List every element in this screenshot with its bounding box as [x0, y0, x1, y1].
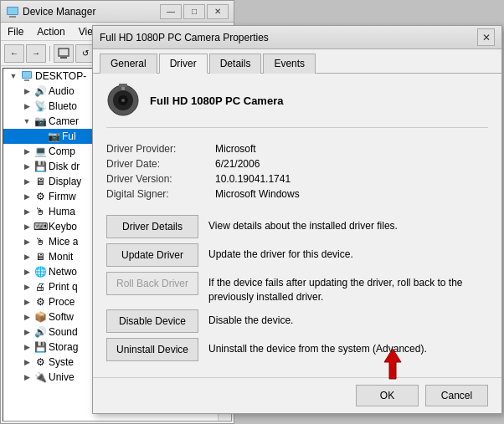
sound-icon: 🔊	[33, 325, 47, 339]
expand-audio[interactable]: ▶	[20, 84, 33, 98]
expand-display[interactable]: ▶	[20, 175, 33, 188]
webcam-icon: 📷	[47, 130, 60, 143]
provider-label: Driver Provider:	[106, 143, 215, 155]
update-driver-button[interactable]: Update Driver	[106, 243, 198, 267]
expand-monitor[interactable]: ▶	[20, 250, 33, 263]
univ-icon: 🔌	[33, 370, 47, 384]
properties-dialog: Full HD 1080P PC Camera Properties ✕ Gen…	[92, 25, 502, 414]
svg-rect-7	[23, 72, 31, 78]
print-icon: 🖨	[33, 280, 47, 294]
expand-disk[interactable]: ▶	[20, 160, 33, 173]
mice-icon: 🖱	[33, 235, 47, 248]
expand-network[interactable]: ▶	[20, 265, 33, 278]
device-icon-large	[106, 84, 140, 117]
device-manager-title: Device Manager	[23, 6, 95, 18]
mice-label: Mice a	[49, 236, 78, 248]
uninstall-desc: Uninstall the device from the system (Ad…	[208, 338, 488, 356]
tab-details[interactable]: Details	[209, 54, 262, 74]
titlebar-left: Device Manager	[6, 5, 95, 18]
expand-human[interactable]: ▶	[20, 205, 33, 218]
storage-icon: 💾	[33, 340, 47, 354]
expand-mice[interactable]: ▶	[20, 235, 33, 248]
date-label: Driver Date:	[106, 158, 215, 170]
details-desc: View details about the installed driver …	[208, 215, 488, 233]
svg-rect-2	[8, 8, 18, 14]
toolbar-back[interactable]: ←	[4, 44, 24, 63]
signer-label: Digital Signer:	[106, 188, 215, 200]
system-icon: ⚙	[33, 355, 47, 369]
tab-driver[interactable]: Driver	[159, 54, 208, 74]
signer-value: Microsoft Windows	[215, 188, 300, 200]
audio-icon: 🔊	[33, 84, 47, 98]
bluetooth-label: Blueto	[49, 100, 77, 112]
maximize-button[interactable]: □	[183, 4, 205, 19]
red-arrow-indicator	[374, 345, 411, 385]
red-arrow-svg	[374, 345, 411, 382]
action-row-disable: Disable Device Disable the device.	[106, 309, 488, 333]
expand-proc[interactable]: ▶	[20, 295, 33, 309]
expand-fullhd	[33, 130, 47, 143]
keyboard-label: Keybo	[49, 221, 77, 232]
rollback-driver-button[interactable]: Roll Back Driver	[106, 272, 198, 295]
dialog-titlebar: Full HD 1080P PC Camera Properties ✕	[93, 26, 501, 49]
svg-rect-1	[9, 16, 16, 18]
disk-label: Disk dr	[49, 161, 80, 172]
svg-point-11	[121, 99, 125, 102]
toolbar-properties[interactable]	[54, 44, 74, 63]
menu-file[interactable]: File	[1, 24, 30, 38]
driver-version-row: Driver Version: 10.0.19041.1741	[106, 171, 488, 186]
disk-icon: 💾	[33, 160, 47, 173]
univ-label: Unive	[49, 371, 75, 383]
svg-rect-3	[59, 49, 69, 56]
expand-print[interactable]: ▶	[20, 280, 33, 294]
expand-univ[interactable]: ▶	[20, 370, 33, 384]
provider-value: Microsoft	[215, 143, 256, 155]
device-header: Full HD 1080P PC Camera	[106, 84, 488, 128]
expand-comp[interactable]: ▶	[20, 145, 33, 158]
minimize-button[interactable]: —	[160, 4, 182, 19]
toolbar-separator	[49, 46, 50, 61]
expand-storage[interactable]: ▶	[20, 340, 33, 354]
bluetooth-icon: 📡	[33, 100, 47, 113]
driver-actions: Driver Details View details about the in…	[106, 215, 488, 361]
expand-sound[interactable]: ▶	[20, 325, 33, 339]
update-desc: Update the driver for this device.	[208, 243, 488, 262]
svg-marker-14	[384, 349, 401, 379]
device-manager-icon	[6, 5, 19, 18]
monitor-label: Monit	[49, 251, 73, 263]
dialog-title: Full HD 1080P PC Camera Properties	[100, 32, 269, 43]
network-icon: 🌐	[33, 265, 47, 278]
ok-button[interactable]: OK	[356, 385, 419, 406]
storage-label: Storag	[49, 341, 78, 353]
proc-icon: ⚙	[33, 295, 47, 309]
driver-details-button[interactable]: Driver Details	[106, 215, 198, 238]
monitor-icon: 🖥	[33, 250, 47, 263]
cancel-button[interactable]: Cancel	[425, 385, 488, 406]
display-label: Display	[49, 176, 81, 187]
driver-info-table: Driver Provider: Microsoft Driver Date: …	[106, 141, 488, 202]
tab-events[interactable]: Events	[263, 54, 316, 74]
uninstall-device-button[interactable]: Uninstall Device	[106, 338, 198, 361]
close-button[interactable]: ✕	[207, 4, 229, 19]
expand-keyboard[interactable]: ▶	[20, 220, 33, 233]
network-label: Netwo	[49, 266, 77, 278]
toolbar-forward[interactable]: →	[26, 44, 46, 63]
menu-action[interactable]: Action	[30, 24, 71, 38]
tab-general[interactable]: General	[100, 54, 157, 74]
expand-cameras[interactable]: ▼	[20, 115, 33, 128]
expand-software[interactable]: ▶	[20, 310, 33, 324]
comp-icon: 💻	[33, 145, 47, 158]
tree-root-label: DESKTOP-	[35, 70, 86, 82]
expand-bluetooth[interactable]: ▶	[20, 100, 33, 113]
print-label: Print q	[49, 281, 78, 293]
tree-expand-root[interactable]: ▼	[7, 69, 20, 83]
display-icon: 🖥	[33, 175, 47, 188]
expand-firmware[interactable]: ▶	[20, 190, 33, 203]
dialog-content: Full HD 1080P PC Camera Driver Provider:…	[93, 74, 501, 377]
sound-label: Sound	[49, 326, 78, 338]
tab-bar: General Driver Details Events	[93, 49, 501, 74]
disable-device-button[interactable]: Disable Device	[106, 309, 198, 333]
expand-system[interactable]: ▶	[20, 355, 33, 369]
svg-rect-13	[119, 84, 127, 87]
dialog-close-button[interactable]: ✕	[477, 28, 495, 46]
